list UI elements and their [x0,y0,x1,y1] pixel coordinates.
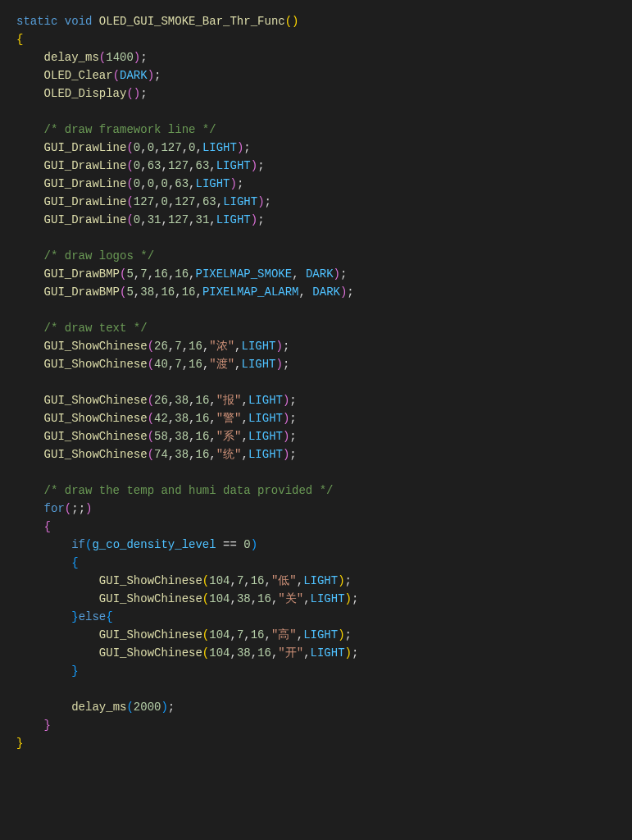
call-drawbmp: GUI_DrawBMP [44,285,120,299]
string-literal: "警" [216,412,242,425]
keyword-void: void [65,15,93,28]
call-delay-ms: delay_ms [44,51,99,64]
call-showchinese: GUI_ShowChinese [99,646,202,660]
string-literal: "系" [216,430,242,443]
code-block: static void OLED_GUI_SMOKE_Bar_Thr_Func(… [16,12,616,752]
call-delay-ms: delay_ms [71,701,126,714]
keyword-if: if [71,538,85,551]
literal: 2000 [134,701,161,714]
keyword-else: else [79,610,107,623]
string-literal: "低" [271,574,297,587]
string-literal: "报" [216,394,242,407]
string-literal: "渡" [209,358,234,371]
call-oled-clear: OLED_Clear [44,69,113,82]
const-dark: DARK [120,69,148,82]
comment: /* draw the temp and humi data provided … [44,484,334,497]
keyword-static: static [16,15,57,28]
literal: 1400 [106,51,134,64]
call-showchinese: GUI_ShowChinese [44,412,148,425]
literal-zero: 0 [243,538,250,551]
string-literal: "统" [216,448,242,461]
call-showchinese: GUI_ShowChinese [99,592,202,605]
string-literal: "高" [271,628,297,641]
keyword-for: for [44,502,65,515]
call-drawbmp: GUI_DrawBMP [44,267,120,281]
const-light: LIGHT [202,141,237,154]
string-literal: "浓" [209,340,234,353]
call-showchinese: GUI_ShowChinese [44,448,148,461]
variable: g_co_density_level [92,538,216,551]
open-brace: { [16,33,23,46]
call-drawline: GUI_DrawLine [44,141,127,154]
args: 0 [134,141,140,154]
call-showchinese: GUI_ShowChinese [99,574,202,587]
call-drawline: GUI_DrawLine [44,159,127,172]
call-showchinese: GUI_ShowChinese [44,358,148,371]
call-oled-display: OLED_Display [44,87,127,100]
call-drawline: GUI_DrawLine [44,213,127,226]
call-showchinese: GUI_ShowChinese [44,394,148,407]
comment: /* draw framework line */ [44,123,216,136]
call-drawline: GUI_DrawLine [44,177,127,190]
comment: /* draw logos */ [44,249,154,262]
call-drawline: GUI_DrawLine [44,195,127,208]
call-showchinese: GUI_ShowChinese [99,628,202,641]
function-name: OLED_GUI_SMOKE_Bar_Thr_Func [99,15,285,28]
const-pixelmap-alarm: PIXELMAP_ALARM [202,285,299,299]
call-showchinese: GUI_ShowChinese [44,340,148,353]
call-showchinese: GUI_ShowChinese [44,430,148,443]
string-literal: "关" [278,592,303,605]
const-pixelmap-smoke: PIXELMAP_SMOKE [196,267,293,281]
comment: /* draw text */ [44,322,148,335]
string-literal: "开" [278,646,303,660]
